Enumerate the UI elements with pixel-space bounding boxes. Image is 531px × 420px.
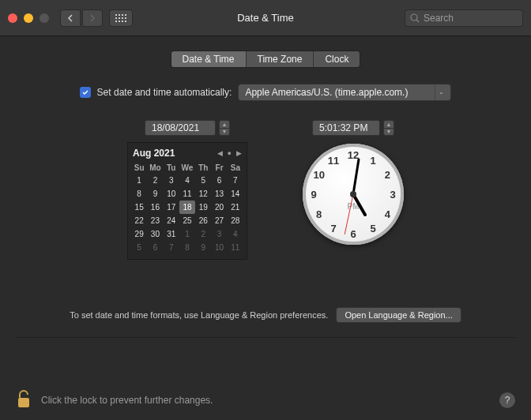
calendar-next-button[interactable]: ▶ bbox=[236, 149, 242, 157]
svg-rect-1 bbox=[119, 14, 120, 16]
main-content: 18/08/2021 ▲▼ Aug 2021 ◀ ● ▶ SuMoTuWeThF… bbox=[0, 120, 531, 260]
calendar-prev-button[interactable]: ◀ bbox=[217, 149, 223, 157]
auto-set-label: Set date and time automatically: bbox=[97, 87, 232, 98]
time-stepper[interactable]: ▲▼ bbox=[383, 120, 394, 136]
clock-number: 7 bbox=[330, 223, 336, 234]
clock-number: 10 bbox=[313, 169, 324, 181]
auto-set-row: Set date and time automatically: Apple A… bbox=[0, 84, 531, 101]
time-server-dropdown[interactable]: Apple Americas/U.S. (time.apple.com.) ⌄ bbox=[238, 84, 451, 101]
tab-date-time[interactable]: Date & Time bbox=[171, 51, 247, 67]
calendar-day[interactable]: 30 bbox=[147, 227, 163, 241]
calendar-day[interactable]: 11 bbox=[179, 187, 195, 201]
titlebar: Date & Time Search bbox=[0, 0, 531, 36]
calendar-day[interactable]: 12 bbox=[195, 187, 211, 201]
calendar-day[interactable]: 9 bbox=[147, 187, 163, 201]
calendar-day[interactable]: 14 bbox=[228, 187, 243, 201]
calendar-day[interactable]: 4 bbox=[179, 174, 195, 187]
svg-point-12 bbox=[411, 14, 417, 21]
calendar-day[interactable]: 21 bbox=[228, 201, 243, 214]
calendar-day[interactable]: 29 bbox=[131, 227, 147, 241]
calendar-day[interactable]: 1 bbox=[131, 174, 147, 187]
calendar-nav: ◀ ● ▶ bbox=[217, 149, 242, 157]
calendar-day[interactable]: 13 bbox=[211, 187, 227, 201]
calendar-day[interactable]: 23 bbox=[147, 214, 163, 227]
search-icon bbox=[410, 13, 420, 23]
calendar-day[interactable]: 8 bbox=[179, 241, 195, 254]
calendar-day[interactable]: 4 bbox=[228, 227, 243, 241]
calendar-day[interactable]: 20 bbox=[211, 201, 227, 214]
calendar-day[interactable]: 25 bbox=[179, 214, 195, 227]
calendar-day[interactable]: 26 bbox=[195, 214, 211, 227]
calendar-day[interactable]: 5 bbox=[131, 241, 147, 254]
calendar-day[interactable]: 31 bbox=[164, 227, 179, 241]
calendar-day[interactable]: 19 bbox=[195, 201, 211, 214]
calendar-day[interactable]: 3 bbox=[164, 174, 179, 187]
calendar-day[interactable]: 17 bbox=[164, 201, 179, 214]
calendar-day[interactable]: 7 bbox=[164, 241, 179, 254]
calendar-day[interactable]: 3 bbox=[211, 227, 227, 241]
back-button[interactable] bbox=[60, 9, 81, 27]
clock-number: 4 bbox=[385, 208, 390, 220]
calendar-day[interactable]: 9 bbox=[195, 241, 211, 254]
clock-center bbox=[350, 191, 356, 197]
calendar-day[interactable]: 16 bbox=[147, 201, 163, 214]
calendar-day[interactable]: 8 bbox=[131, 187, 147, 201]
nav-buttons bbox=[60, 9, 103, 27]
chevron-left-icon bbox=[67, 14, 73, 22]
calendar-today-button[interactable]: ● bbox=[228, 149, 232, 157]
clock-number: 8 bbox=[316, 208, 322, 220]
show-all-button[interactable] bbox=[109, 9, 133, 27]
calendar-day[interactable]: 28 bbox=[228, 214, 243, 227]
time-server-value: Apple Americas/U.S. (time.apple.com.) bbox=[245, 87, 408, 98]
calendar-day[interactable]: 2 bbox=[195, 227, 211, 241]
tab-clock[interactable]: Clock bbox=[314, 51, 360, 67]
calendar-dow: Sa bbox=[228, 162, 243, 174]
svg-rect-8 bbox=[115, 21, 117, 22]
calendar-day[interactable]: 6 bbox=[211, 174, 227, 187]
tab-time-zone[interactable]: Time Zone bbox=[247, 51, 314, 67]
svg-rect-5 bbox=[119, 17, 120, 19]
time-column: 5:01:32 PM ▲▼ PM 121234567891011 bbox=[303, 120, 404, 260]
calendar-day[interactable]: 24 bbox=[164, 214, 179, 227]
minute-hand bbox=[352, 158, 360, 194]
calendar-day[interactable]: 15 bbox=[131, 201, 147, 214]
calendar-day[interactable]: 1 bbox=[179, 227, 195, 241]
calendar-dow: Su bbox=[131, 162, 147, 174]
calendar-dow: Fr bbox=[211, 162, 227, 174]
calendar-day[interactable]: 10 bbox=[164, 187, 179, 201]
lock-open-icon bbox=[16, 390, 32, 409]
calendar-day[interactable]: 2 bbox=[147, 174, 163, 187]
date-input[interactable]: 18/08/2021 bbox=[145, 120, 216, 136]
time-input[interactable]: 5:01:32 PM bbox=[312, 120, 380, 136]
chevron-down-icon: ⌄ bbox=[435, 84, 447, 100]
calendar-dow: Mo bbox=[147, 162, 163, 174]
clock-number: 11 bbox=[328, 154, 339, 166]
clock-number: 6 bbox=[350, 228, 356, 240]
close-window-button[interactable] bbox=[8, 13, 17, 23]
search-input[interactable]: Search bbox=[405, 9, 523, 27]
calendar-day[interactable]: 22 bbox=[131, 214, 147, 227]
help-button[interactable]: ? bbox=[499, 392, 515, 408]
calendar-day[interactable]: 18 bbox=[179, 201, 195, 214]
auto-set-checkbox[interactable] bbox=[80, 87, 91, 98]
svg-rect-9 bbox=[119, 21, 120, 22]
clock-number: 1 bbox=[370, 154, 375, 166]
calendar-day[interactable]: 10 bbox=[211, 241, 227, 254]
calendar-day[interactable]: 27 bbox=[211, 214, 227, 227]
grid-icon bbox=[115, 14, 126, 22]
calendar-day[interactable]: 6 bbox=[147, 241, 163, 254]
svg-rect-6 bbox=[122, 17, 123, 19]
forward-button bbox=[82, 9, 103, 27]
lock-button[interactable] bbox=[16, 390, 32, 411]
format-hint-row: To set date and time formats, use Langua… bbox=[0, 307, 531, 323]
zoom-window-button bbox=[40, 13, 49, 23]
open-language-region-button[interactable]: Open Language & Region... bbox=[336, 307, 461, 323]
minimize-window-button[interactable] bbox=[24, 13, 33, 23]
date-stepper[interactable]: ▲▼ bbox=[219, 120, 230, 136]
calendar: Aug 2021 ◀ ● ▶ SuMoTuWeThFrSa12345678910… bbox=[127, 142, 247, 260]
calendar-day[interactable]: 11 bbox=[228, 241, 243, 254]
calendar-title: Aug 2021 bbox=[133, 148, 175, 159]
search-placeholder: Search bbox=[424, 13, 454, 24]
calendar-day[interactable]: 7 bbox=[228, 174, 243, 187]
calendar-day[interactable]: 5 bbox=[195, 174, 211, 187]
